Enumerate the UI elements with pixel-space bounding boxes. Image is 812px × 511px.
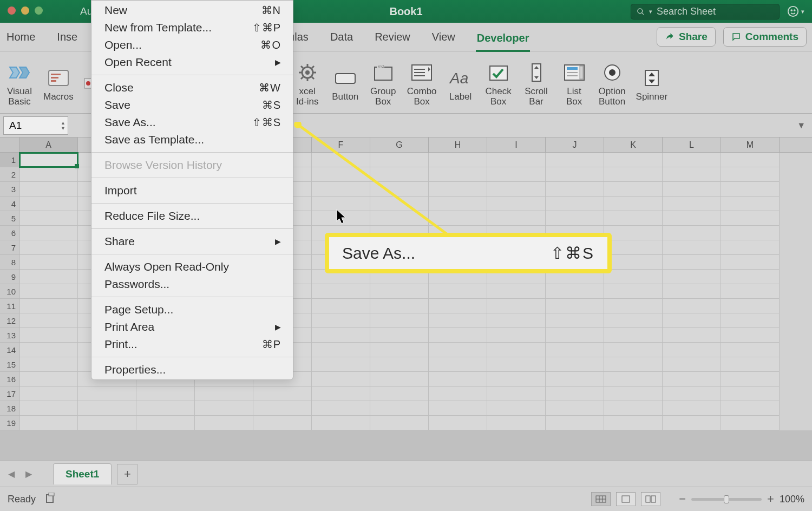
cell[interactable]	[19, 255, 78, 270]
cell[interactable]	[663, 240, 721, 255]
cell[interactable]	[604, 401, 663, 416]
cell[interactable]	[721, 401, 780, 416]
cell[interactable]	[604, 343, 663, 357]
row-header[interactable]: 10	[0, 284, 19, 299]
row-header[interactable]: 8	[0, 255, 19, 270]
cell[interactable]	[721, 167, 780, 182]
sheet-nav-prev[interactable]: ◀	[4, 467, 18, 481]
cell[interactable]	[312, 416, 370, 430]
column-header[interactable]: G	[370, 137, 429, 152]
select-all-corner[interactable]	[0, 137, 19, 152]
cell[interactable]	[312, 401, 370, 416]
cell[interactable]	[370, 182, 429, 196]
cell[interactable]	[604, 153, 663, 167]
view-normal-button[interactable]	[591, 492, 611, 506]
cell[interactable]	[19, 182, 78, 196]
menu-item-open[interactable]: Open...⌘O	[91, 36, 293, 54]
cell[interactable]	[312, 386, 370, 401]
cell[interactable]	[546, 211, 604, 226]
cell[interactable]	[604, 357, 663, 372]
cell[interactable]	[721, 211, 780, 226]
tab-review[interactable]: Review	[374, 29, 411, 45]
cell[interactable]	[78, 386, 136, 401]
cell[interactable]	[487, 284, 546, 299]
cell[interactable]	[546, 357, 604, 372]
cell[interactable]	[604, 196, 663, 211]
cell[interactable]	[370, 196, 429, 211]
row-header[interactable]: 4	[0, 196, 19, 211]
cell[interactable]	[663, 284, 721, 299]
cell[interactable]	[663, 401, 721, 416]
cell[interactable]	[487, 313, 546, 328]
cell[interactable]	[195, 386, 253, 401]
cell[interactable]	[429, 416, 487, 430]
cell[interactable]	[19, 401, 78, 416]
cell[interactable]	[663, 182, 721, 196]
cell[interactable]	[604, 284, 663, 299]
cell[interactable]	[195, 416, 253, 430]
cell[interactable]	[546, 182, 604, 196]
menu-item-open-recent[interactable]: Open Recent▶	[91, 54, 293, 71]
tab-insert[interactable]: Inse	[56, 29, 78, 45]
check-box-control[interactable]: Check Box	[484, 61, 513, 107]
zoom-level[interactable]: 100%	[780, 494, 804, 505]
cell[interactable]	[370, 211, 429, 226]
macro-record-status-icon[interactable]	[45, 493, 56, 506]
tab-data[interactable]: Data	[329, 29, 354, 45]
cell[interactable]	[546, 328, 604, 343]
cell[interactable]	[429, 401, 487, 416]
cell[interactable]	[370, 372, 429, 386]
menu-item-always-open-read-only[interactable]: Always Open Read-Only	[91, 258, 293, 276]
spinner-control[interactable]: Spinner	[636, 66, 668, 102]
cell[interactable]	[78, 401, 136, 416]
cell[interactable]	[604, 386, 663, 401]
cell[interactable]	[604, 167, 663, 182]
cell[interactable]	[370, 357, 429, 372]
cell[interactable]	[487, 343, 546, 357]
cell[interactable]	[604, 182, 663, 196]
add-sheet-button[interactable]: +	[117, 464, 137, 484]
cell[interactable]	[312, 357, 370, 372]
cell[interactable]	[429, 328, 487, 343]
cell[interactable]	[721, 386, 780, 401]
cell[interactable]	[253, 416, 312, 430]
column-header[interactable]: M	[721, 137, 780, 152]
search-sheet-input[interactable]: ▾ Search Sheet	[631, 4, 780, 19]
cell[interactable]	[19, 372, 78, 386]
cell[interactable]	[487, 372, 546, 386]
cell[interactable]	[721, 196, 780, 211]
cell[interactable]	[546, 313, 604, 328]
zoom-window-icon[interactable]	[35, 6, 43, 15]
cell[interactable]	[19, 343, 78, 357]
cell[interactable]	[663, 357, 721, 372]
cell[interactable]	[546, 372, 604, 386]
cell[interactable]	[487, 167, 546, 182]
label-control[interactable]: Aa Label	[447, 66, 475, 102]
cell[interactable]	[370, 386, 429, 401]
cell[interactable]	[19, 226, 78, 240]
row-header[interactable]: 19	[0, 416, 19, 430]
tab-home[interactable]: Home	[5, 29, 36, 45]
cell[interactable]	[370, 313, 429, 328]
view-page-break-button[interactable]	[641, 492, 660, 506]
cell[interactable]	[663, 313, 721, 328]
cell[interactable]	[604, 211, 663, 226]
user-menu[interactable]: ▾	[787, 5, 804, 17]
cell[interactable]	[312, 343, 370, 357]
row-header[interactable]: 14	[0, 343, 19, 357]
cell[interactable]	[370, 153, 429, 167]
menu-item-print-area[interactable]: Print Area▶	[91, 318, 293, 336]
cell[interactable]	[429, 153, 487, 167]
cell[interactable]	[546, 153, 604, 167]
cell[interactable]	[370, 416, 429, 430]
comments-button[interactable]: Comments	[723, 27, 807, 47]
row-header[interactable]: 16	[0, 372, 19, 386]
cell[interactable]	[429, 299, 487, 313]
cell[interactable]	[721, 270, 780, 284]
cell[interactable]	[604, 226, 663, 240]
cell[interactable]	[19, 270, 78, 284]
cell[interactable]	[429, 211, 487, 226]
cell[interactable]	[721, 284, 780, 299]
cell[interactable]	[487, 328, 546, 343]
cell[interactable]	[604, 416, 663, 430]
